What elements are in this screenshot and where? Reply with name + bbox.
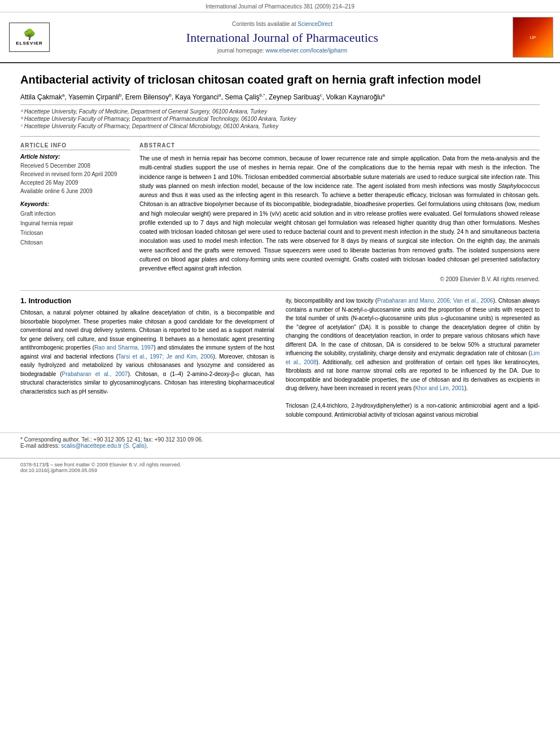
ref-prabaharan[interactable]: Prabaharan et al., 2007 [62,371,128,377]
ref-prabaharan2[interactable]: Prabaharan and Mano, 2006; Van et al., 2… [377,298,493,304]
intro-text-right: ity, biocompatibility and low toxicity (… [286,296,540,419]
article-info-label: ARTICLE INFO [20,142,130,150]
right-column: ABSTRACT The use of mesh in hernia repai… [139,142,540,282]
body-col-right: ity, biocompatibility and low toxicity (… [286,296,540,419]
journal-header: 🌳 ELSEVIER Contents lists available at S… [0,12,560,63]
journal-center: Contents lists available at ScienceDirec… [52,21,513,54]
corresponding-text: * Corresponding author. Tel.: +90 312 30… [20,436,540,443]
ref-rao[interactable]: Rao and Sharma, 1997 [94,344,154,351]
page-footer: 0378-5173/$ – see front matter © 2009 El… [0,458,560,477]
keywords-label: Keywords: [20,201,130,207]
authors-line: Attila Çakmaka, Yasemin Çirpanlib, Erem … [20,93,540,101]
keywords-block: Keywords: Graft infection Inguinal herni… [20,201,130,247]
page-wrapper: International Journal of Pharmaceutics 3… [0,0,560,477]
intro-heading: 1. Introduction [20,296,274,305]
elsevier-tree-icon: 🌳 [23,29,36,40]
email-line: E-mail address: scalis@hacettepe.edu.tr … [20,443,540,449]
body-two-col: 1. Introduction Chitosan, a natural poly… [20,296,540,419]
abstract-label: ABSTRACT [139,142,540,150]
accepted-date: Accepted 26 May 2009 [20,178,130,187]
received-revised-date: Received in revised form 20 April 2009 [20,170,130,178]
journal-title: International Journal of Pharmaceutics [58,30,507,45]
affiliation-b: ᵇ Hacettepe University Faculty of Pharma… [20,116,540,122]
elsevier-logo-box: 🌳 ELSEVIER [9,23,50,52]
keyword-3: Triclosan [20,228,130,238]
article-history: Article history: Received 5 December 200… [20,154,130,195]
intro-text-left: Chitosan, a natural polymer obtained by … [20,308,274,396]
email-link[interactable]: scalis@hacettepe.edu.tr (S. Çalis). [61,443,148,449]
elsevier-logo: 🌳 ELSEVIER [7,23,52,52]
journal-thumbnail: IJP [513,17,553,58]
received-date: Received 5 December 2008 [20,161,130,170]
keyword-4: Chitosan [20,238,130,247]
journal-citation: International Journal of Pharmaceutics 3… [205,3,355,10]
sciencedirect-link[interactable]: ScienceDirect [298,21,333,27]
body-col-left: 1. Introduction Chitosan, a natural poly… [20,296,274,419]
left-column: ARTICLE INFO Article history: Received 5… [20,142,130,282]
affiliation-c: ᶜ Hacettepe University Faculty of Pharma… [20,123,540,129]
keyword-1: Graft infection [20,209,130,219]
elsevier-wordmark: ELSEVIER [16,41,43,46]
journal-homepage: journal homepage: www.elsevier.com/locat… [58,47,507,54]
article-info-abstract: ARTICLE INFO Article history: Received 5… [20,136,540,282]
species-name: Staphylococcus aureus [139,182,540,198]
affiliations-block: ᵃ Hacettepe University, Faculty of Medic… [20,104,540,129]
available-date: Available online 6 June 2009 [20,187,130,195]
copyright-line: © 2009 Elsevier B.V. All rights reserved… [139,276,540,282]
keyword-2: Inguinal hernia repair [20,219,130,228]
history-label: Article history: [20,154,130,160]
homepage-url[interactable]: www.elsevier.com/locate/ijpharm [266,47,348,54]
corresponding-note: * Corresponding author. Tel.: +90 312 30… [0,433,560,449]
contents-line: Contents lists available at ScienceDirec… [58,21,507,27]
ref-khor[interactable]: Khor and Lim, 2001 [415,385,464,391]
article-content: Antibacterial activity of triclosan chit… [0,63,560,428]
ref-lim[interactable]: Lim et al., 2008 [286,350,540,365]
top-bar: International Journal of Pharmaceutics 3… [0,0,560,12]
ref-tarsi[interactable]: Tarsi et al., 1997; Je and Kim, 2006 [118,353,213,360]
body-section: 1. Introduction Chitosan, a natural poly… [20,290,540,419]
affiliation-a: ᵃ Hacettepe University, Faculty of Medic… [20,108,540,115]
article-title: Antibacterial activity of triclosan chit… [20,72,540,87]
issn-line: 0378-5173/$ – see front matter © 2009 El… [20,462,181,473]
abstract-text: The use of mesh in hernia repair has bec… [139,154,540,273]
